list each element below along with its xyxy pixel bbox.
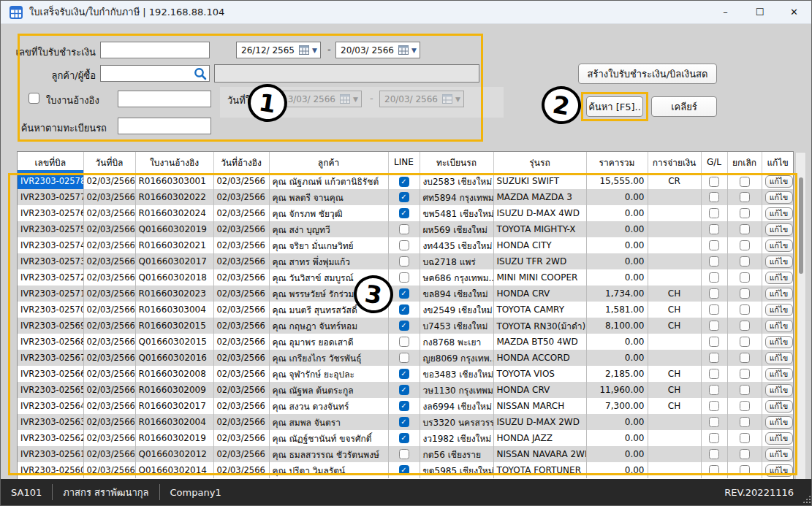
- line-checkbox[interactable]: [399, 304, 409, 315]
- col-header-gl[interactable]: G/L: [701, 152, 727, 173]
- table-row[interactable]: IVR2303-02569 02/03/2566 R01660302015 02…: [18, 318, 794, 334]
- gl-checkbox[interactable]: [709, 337, 719, 347]
- bill-no-cell[interactable]: IVR2303-02572: [18, 269, 83, 285]
- line-checkbox[interactable]: [399, 321, 409, 331]
- cancel-checkbox[interactable]: [740, 465, 750, 475]
- gl-checkbox[interactable]: [709, 465, 719, 475]
- gl-checkbox[interactable]: [709, 353, 719, 363]
- cancel-checkbox[interactable]: [740, 433, 750, 443]
- col-header-total[interactable]: ราคารวม: [586, 152, 648, 173]
- edit-button[interactable]: แก้ไข: [765, 384, 793, 396]
- bill-no-cell[interactable]: IVR2303-02566: [18, 366, 83, 382]
- bill-no-cell[interactable]: IVR2303-02578: [18, 173, 83, 189]
- table-row[interactable]: IVR2303-02560 02/03/2566 Q01660302014 02…: [18, 462, 794, 478]
- gl-checkbox[interactable]: [709, 385, 719, 395]
- edit-button[interactable]: แก้ไข: [765, 223, 793, 236]
- cancel-checkbox[interactable]: [740, 385, 750, 395]
- table-row[interactable]: IVR2303-02573 02/03/2566 Q01660302017 02…: [18, 253, 794, 269]
- ref-job-checkbox[interactable]: [29, 93, 39, 104]
- edit-button[interactable]: แก้ไข: [765, 256, 793, 268]
- cancel-checkbox[interactable]: [740, 224, 750, 234]
- gl-checkbox[interactable]: [709, 288, 719, 299]
- cancel-checkbox[interactable]: [740, 272, 750, 283]
- table-row[interactable]: IVR2303-02563 02/03/2566 R01660302004 02…: [18, 414, 794, 430]
- gl-checkbox[interactable]: [709, 433, 719, 443]
- edit-button[interactable]: แก้ไข: [765, 352, 793, 364]
- edit-button[interactable]: แก้ไข: [765, 336, 793, 348]
- plate-search-input[interactable]: [118, 118, 211, 134]
- edit-button[interactable]: แก้ไข: [765, 304, 793, 316]
- edit-button[interactable]: แก้ไข: [765, 448, 793, 461]
- search-icon[interactable]: [194, 67, 207, 80]
- bill-no-cell[interactable]: IVR2303-02568: [18, 334, 83, 350]
- table-row[interactable]: IVR2303-02570 02/03/2566 R01660303004 02…: [18, 302, 794, 318]
- line-checkbox[interactable]: [399, 272, 409, 283]
- table-row[interactable]: IVR2303-02567 02/03/2566 Q01660302016 02…: [18, 350, 794, 366]
- cancel-checkbox[interactable]: [740, 337, 750, 347]
- cancel-checkbox[interactable]: [740, 304, 750, 315]
- bill-no-cell[interactable]: IVR2303-02575: [18, 221, 83, 237]
- cancel-checkbox[interactable]: [740, 449, 750, 459]
- line-checkbox[interactable]: [399, 401, 409, 411]
- edit-button[interactable]: แก้ไข: [765, 239, 793, 252]
- bill-no-cell[interactable]: IVR2303-02567: [18, 350, 83, 366]
- table-row[interactable]: IVR2303-02564 02/03/2566 R01660302017 02…: [18, 398, 794, 414]
- line-checkbox[interactable]: [399, 288, 409, 299]
- gl-checkbox[interactable]: [709, 401, 719, 411]
- cancel-checkbox[interactable]: [740, 321, 750, 331]
- cancel-checkbox[interactable]: [740, 353, 750, 363]
- bill-no-cell[interactable]: IVR2303-02571: [18, 285, 83, 302]
- edit-button[interactable]: แก้ไข: [765, 400, 793, 413]
- cancel-checkbox[interactable]: [740, 256, 750, 267]
- gl-checkbox[interactable]: [709, 272, 719, 283]
- line-checkbox[interactable]: [399, 353, 409, 363]
- table-row[interactable]: IVR2303-02575 02/03/2566 Q01660302019 02…: [18, 221, 794, 237]
- edit-button[interactable]: แก้ไข: [765, 207, 793, 220]
- col-header-model[interactable]: รุ่นรถ: [493, 152, 586, 173]
- cancel-checkbox[interactable]: [740, 240, 750, 250]
- dropdown-arrow-icon[interactable]: ▼: [411, 47, 417, 54]
- edit-button[interactable]: แก้ไข: [765, 416, 793, 429]
- edit-button[interactable]: แก้ไข: [765, 191, 793, 204]
- bill-no-cell[interactable]: IVR2303-02561: [18, 446, 83, 462]
- cancel-checkbox[interactable]: [740, 288, 750, 299]
- table-row[interactable]: IVR2303-02562 02/03/2566 R01660302019 02…: [18, 430, 794, 446]
- bill-no-cell[interactable]: IVR2303-02560: [18, 462, 83, 478]
- gl-checkbox[interactable]: [709, 321, 719, 331]
- cancel-checkbox[interactable]: [740, 177, 750, 187]
- bill-no-cell[interactable]: IVR2303-02562: [18, 430, 83, 446]
- create-receipt-button[interactable]: สร้างใบรับชำระเงิน/บิลเงินสด: [578, 64, 717, 84]
- bill-no-cell[interactable]: IVR2303-02563: [18, 414, 83, 430]
- line-checkbox[interactable]: [399, 417, 409, 427]
- gl-checkbox[interactable]: [709, 449, 719, 459]
- gl-checkbox[interactable]: [709, 208, 719, 218]
- edit-button[interactable]: แก้ไข: [765, 272, 793, 284]
- gl-checkbox[interactable]: [709, 177, 719, 187]
- col-header-ref-date[interactable]: วันที่อ้างอิง: [213, 152, 269, 173]
- gl-checkbox[interactable]: [709, 240, 719, 250]
- maximize-button[interactable]: ☐: [743, 1, 777, 24]
- bill-no-cell[interactable]: IVR2303-02576: [18, 205, 83, 221]
- minimize-button[interactable]: –: [708, 1, 743, 24]
- bill-no-cell[interactable]: IVR2303-02574: [18, 237, 83, 253]
- line-checkbox[interactable]: [399, 192, 409, 202]
- gl-checkbox[interactable]: [709, 256, 719, 267]
- gl-checkbox[interactable]: [709, 304, 719, 315]
- edit-button[interactable]: แก้ไข: [765, 320, 793, 332]
- table-row[interactable]: IVR2303-02565 02/03/2566 R01660302009 02…: [18, 382, 794, 398]
- table-row[interactable]: IVR2303-02566 02/03/2566 R01660302008 02…: [18, 366, 794, 382]
- edit-button[interactable]: แก้ไข: [765, 175, 793, 188]
- line-checkbox[interactable]: [399, 465, 409, 475]
- col-header-line[interactable]: LINE: [388, 152, 420, 173]
- receipt-date-from-picker[interactable]: 26/12/ 2565 ▼: [236, 42, 321, 58]
- bill-no-cell[interactable]: IVR2303-02565: [18, 382, 83, 398]
- line-checkbox[interactable]: [399, 240, 409, 250]
- col-header-bill-no[interactable]: เลขที่บิล: [18, 152, 83, 173]
- receipt-date-to-picker[interactable]: 20/03/ 2566 ▼: [335, 42, 420, 58]
- gl-checkbox[interactable]: [709, 369, 719, 379]
- col-header-bill-date[interactable]: วันที่บิล: [83, 152, 135, 173]
- col-header-plate[interactable]: ทะเบียนรถ: [420, 152, 493, 173]
- bill-no-cell[interactable]: IVR2303-02564: [18, 398, 83, 414]
- line-checkbox[interactable]: [399, 433, 409, 443]
- dropdown-arrow-icon[interactable]: ▼: [312, 47, 317, 54]
